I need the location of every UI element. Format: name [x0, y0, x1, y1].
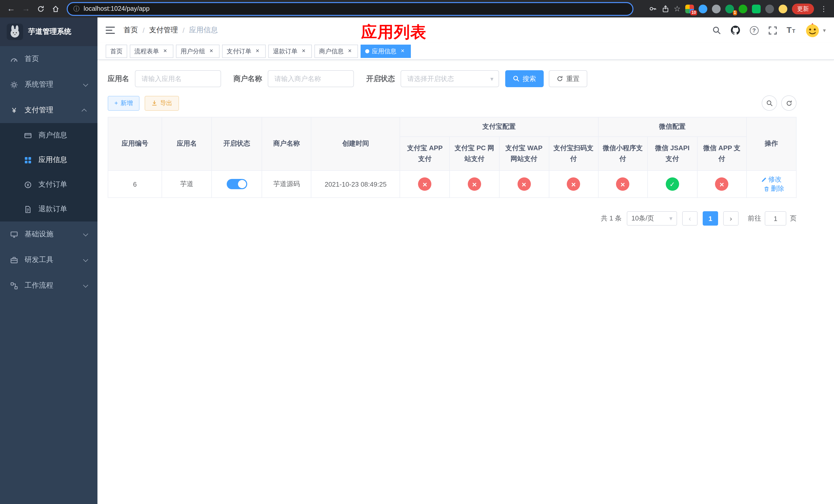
password-key-icon[interactable] — [649, 5, 657, 13]
tab-refund-orders[interactable]: 退款订单 × — [268, 45, 312, 58]
extension-avatar-icon[interactable]: 1 — [725, 4, 734, 13]
trash-icon — [764, 186, 769, 191]
breadcrumb: 首页 / 支付管理 / 应用信息 — [124, 26, 218, 35]
share-icon[interactable] — [661, 5, 669, 13]
goto-page-input[interactable] — [765, 211, 786, 226]
close-icon[interactable]: × — [254, 48, 261, 55]
github-icon[interactable] — [731, 26, 740, 35]
table-row: 6 芋道 芋道源码 2021-10-23 08:49:25 — [108, 170, 796, 198]
col-app-id: 应用编号 — [108, 117, 162, 170]
sidebar-item-infra[interactable]: 基础设施 — [0, 222, 97, 247]
sidebar-item-label: 商户信息 — [39, 131, 67, 140]
delete-button[interactable]: 删除 — [764, 184, 784, 193]
reload-icon[interactable] — [34, 2, 48, 16]
address-bar[interactable]: ⓘ localhost:1024/pay/app — [67, 2, 633, 16]
browser-menu-icon[interactable]: ⋮ — [819, 5, 829, 13]
extension-puzzle-icon[interactable] — [765, 4, 774, 13]
home-icon[interactable] — [49, 2, 63, 16]
extension-emoji-icon[interactable] — [778, 4, 787, 13]
user-avatar[interactable]: ▾ — [805, 23, 826, 38]
edit-button[interactable]: 修改 — [761, 175, 782, 184]
cell-wx-mini — [598, 170, 647, 198]
status-toggle[interactable] — [226, 179, 247, 189]
sidebar-item-label: 基础设施 — [25, 230, 53, 239]
chrome-update-button[interactable]: 更新 — [792, 3, 814, 14]
extension-badge: 1 — [733, 10, 737, 15]
hamburger-icon[interactable] — [106, 27, 115, 34]
page-size-select[interactable]: 10条/页 ▾ — [627, 211, 677, 226]
col-merchant: 商户名称 — [262, 117, 311, 170]
close-icon[interactable]: × — [399, 48, 406, 55]
breadcrumb-separator: / — [182, 26, 185, 35]
sidebar-item-label: 应用信息 — [39, 155, 67, 165]
sidebar-item-app-info[interactable]: 应用信息 — [0, 148, 97, 172]
alipay-qr-status-icon — [567, 177, 580, 191]
tab-user-group[interactable]: 用户分组 × — [176, 45, 220, 58]
sidebar-item-merchant-info[interactable]: 商户信息 — [0, 123, 97, 148]
cell-created: 2021-10-23 08:49:25 — [311, 170, 400, 198]
cell-actions: 修改 删除 — [747, 170, 796, 198]
close-icon[interactable]: × — [346, 48, 353, 55]
workflow-icon — [10, 282, 19, 290]
app-name-input[interactable] — [135, 70, 221, 87]
app-logo[interactable]: 芋道管理系统 — [0, 18, 97, 46]
col-created: 创建时间 — [311, 117, 400, 170]
col-alipay-qr: 支付宝扫码支付 — [549, 137, 598, 170]
status-select[interactable]: 请选择开启状态 ▾ — [401, 70, 499, 87]
download-icon — [151, 100, 157, 106]
search-icon[interactable] — [712, 26, 721, 35]
chevron-down-icon: ▾ — [670, 215, 673, 222]
breadcrumb-current: 应用信息 — [189, 26, 218, 35]
add-button[interactable]: + 新增 — [108, 96, 139, 111]
merchant-name-input[interactable] — [268, 70, 354, 87]
font-size-icon[interactable]: TT — [787, 27, 795, 34]
search-button[interactable]: 搜索 — [505, 70, 544, 87]
sidebar-item-workflow[interactable]: 工作流程 — [0, 273, 97, 298]
fullscreen-icon[interactable] — [768, 26, 777, 35]
export-button[interactable]: 导出 — [145, 96, 179, 111]
sidebar-item-home[interactable]: 首页 — [0, 46, 97, 72]
tab-merchant-info[interactable]: 商户信息 × — [314, 45, 358, 58]
page-1-button[interactable]: 1 — [703, 211, 718, 226]
toolbox-icon — [10, 256, 19, 264]
extension-gray-icon[interactable] — [712, 4, 721, 13]
avatar-emoji-icon — [805, 23, 820, 38]
close-icon[interactable]: × — [208, 48, 215, 55]
sidebar-item-refund-orders[interactable]: 退款订单 — [0, 197, 97, 222]
app-title: 芋道管理系统 — [28, 27, 71, 37]
extension-grid-icon[interactable]: 10 — [685, 4, 694, 13]
reset-button[interactable]: 重置 — [549, 70, 587, 87]
cell-app-id: 6 — [108, 170, 162, 198]
extension-wechat-icon[interactable] — [739, 4, 747, 13]
toggle-search-button[interactable] — [762, 95, 777, 111]
bookmark-star-icon[interactable]: ☆ — [674, 4, 681, 13]
col-wx-app: 微信 APP 支付 — [697, 137, 747, 170]
col-app-name: 应用名 — [162, 117, 212, 170]
close-icon[interactable]: × — [161, 48, 169, 55]
breadcrumb-item[interactable]: 支付管理 — [149, 26, 178, 35]
alipay-app-status-icon — [418, 177, 432, 191]
sidebar-item-system[interactable]: 系统管理 — [0, 72, 97, 97]
col-alipay-wap: 支付宝 WAP 网站支付 — [499, 137, 549, 170]
sidebar-item-devtools[interactable]: 研发工具 — [0, 247, 97, 273]
back-icon[interactable]: ← — [4, 2, 18, 16]
close-icon[interactable]: × — [300, 48, 307, 55]
cell-alipay-qr — [549, 170, 598, 198]
filter-form: 应用名 商户名称 开启状态 请选择开启状态 ▾ 搜索 — [108, 70, 796, 87]
sidebar-item-payment[interactable]: ¥ 支付管理 — [0, 97, 97, 123]
prev-page-button[interactable]: ‹ — [682, 211, 698, 226]
help-icon[interactable]: ? — [750, 26, 758, 35]
sidebar-item-pay-orders[interactable]: 支付订单 — [0, 172, 97, 197]
tab-process-form[interactable]: 流程表单 × — [130, 45, 173, 58]
extension-chat-icon[interactable] — [752, 4, 761, 13]
next-page-button[interactable]: › — [723, 211, 739, 226]
breadcrumb-item[interactable]: 首页 — [124, 26, 138, 35]
table-toolbar: + 新增 导出 — [108, 95, 796, 111]
tab-home[interactable]: 首页 — [106, 45, 127, 58]
tab-pay-orders[interactable]: 支付订单 × — [222, 45, 266, 58]
forward-icon[interactable]: → — [19, 2, 33, 16]
tab-app-info[interactable]: 应用信息 × — [360, 45, 411, 58]
extension-blue-icon[interactable] — [699, 4, 707, 13]
site-info-icon[interactable]: ⓘ — [73, 4, 80, 13]
refresh-table-button[interactable] — [781, 95, 796, 111]
